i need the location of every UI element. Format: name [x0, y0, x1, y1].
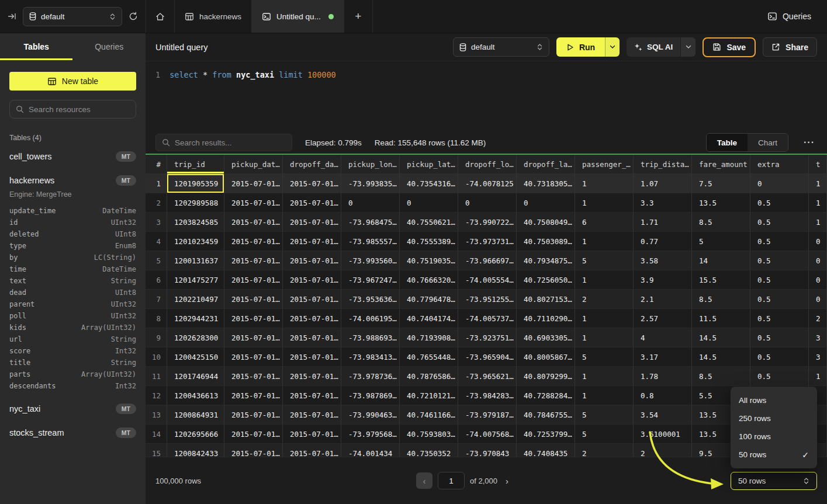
table-cell[interactable]: 40.7555389… — [400, 232, 458, 251]
results-search-input[interactable] — [175, 138, 286, 147]
table-cell[interactable]: 40.7655448… — [400, 347, 458, 367]
row-limit-option[interactable]: 250 rows — [731, 409, 817, 427]
table-cell[interactable]: 2015-07-01… — [283, 309, 341, 328]
run-options-caret[interactable] — [605, 37, 620, 57]
sidebar-tab-queries[interactable]: Queries — [73, 33, 146, 60]
table-cell[interactable]: -73.983413… — [341, 347, 400, 367]
table-cell[interactable]: 1200131637 — [167, 251, 224, 270]
table-cell[interactable]: -74.005554… — [458, 270, 517, 290]
table-cell[interactable]: 2 — [575, 290, 634, 309]
table-cell[interactable]: 0 — [809, 290, 827, 309]
table-cell[interactable]: 1202695666 — [167, 425, 224, 444]
table-cell[interactable]: 15.5 — [692, 270, 750, 290]
table-cell[interactable]: 1 — [809, 193, 827, 213]
table-cell[interactable]: 0.77 — [634, 232, 692, 251]
grid-header-cell[interactable]: extra — [750, 155, 809, 174]
table-cell[interactable]: 2015-07-01… — [224, 290, 283, 309]
sql-ai-button[interactable]: SQL AI — [627, 43, 680, 51]
sql-editor[interactable]: 1 select * from nyc_taxi limit 100000 — [146, 61, 827, 131]
resource-search-input[interactable] — [29, 105, 130, 114]
table-cell[interactable]: 2.1 — [634, 290, 692, 309]
query-database-selector[interactable]: default — [453, 37, 549, 57]
table-cell[interactable]: 0.5 — [750, 309, 809, 328]
table-cell[interactable]: -73.953636… — [341, 290, 400, 309]
table-cell[interactable]: 2015-07-01… — [224, 174, 283, 193]
row-limit-option[interactable]: 100 rows — [731, 427, 817, 446]
table-cell[interactable]: -73.984283… — [458, 386, 517, 405]
table-cell[interactable]: 3.9 — [634, 270, 692, 290]
view-toggle-table[interactable]: Table — [707, 134, 748, 151]
table-cell[interactable]: -73.993835… — [341, 174, 400, 193]
table-cell[interactable]: 40.7666320… — [400, 270, 458, 290]
table-cell[interactable]: -73.987869… — [341, 386, 400, 405]
table-cell[interactable]: 40.7550621… — [400, 213, 458, 232]
table-cell[interactable]: 3 — [809, 328, 827, 347]
table-cell[interactable]: 2015-07-01… — [224, 213, 283, 232]
table-cell[interactable]: 0.5 — [750, 193, 809, 213]
table-cell[interactable]: 40.8027153… — [517, 290, 575, 309]
table-cell[interactable]: 40.7508049… — [517, 213, 575, 232]
table-cell[interactable]: 1 — [809, 174, 827, 193]
table-cell[interactable]: 40.6903305… — [517, 328, 575, 347]
table-cell[interactable]: 2015-07-01… — [283, 232, 341, 251]
table-cell[interactable]: 40.7593803… — [400, 425, 458, 444]
table-cell[interactable]: 1 — [575, 328, 634, 347]
new-table-button[interactable]: New table — [9, 72, 136, 91]
table-cell[interactable]: 5 — [575, 251, 634, 270]
page-number-input[interactable] — [438, 472, 465, 489]
grid-header-cell[interactable]: # — [146, 155, 167, 174]
table-cell[interactable]: 0.5 — [750, 347, 809, 367]
grid-header-cell[interactable]: fare_amount — [692, 155, 750, 174]
database-selector[interactable]: default — [23, 7, 122, 26]
page-size-select[interactable]: 50 rows — [731, 472, 817, 490]
table-cell[interactable]: 2015-07-01… — [224, 367, 283, 386]
refresh-icon[interactable] — [129, 12, 138, 21]
table-cell[interactable]: 0 — [809, 232, 827, 251]
table-cell[interactable]: 2015-07-01… — [283, 425, 341, 444]
table-cell[interactable]: 2015-07-01… — [283, 347, 341, 367]
table-cell[interactable]: 0.5 — [750, 251, 809, 270]
queries-shortcut[interactable]: Queries — [752, 0, 827, 33]
table-cell[interactable]: 2015-07-01… — [283, 405, 341, 425]
sql-ai-caret[interactable] — [680, 37, 695, 57]
resource-search[interactable] — [9, 100, 136, 119]
table-cell[interactable]: -73.978736… — [341, 367, 400, 386]
table-cell[interactable]: 0.8 — [634, 386, 692, 405]
table-cell[interactable]: 1.78 — [634, 367, 692, 386]
table-cell[interactable]: -73.990463… — [341, 405, 400, 425]
table-cell[interactable]: 14.5 — [692, 328, 750, 347]
table-cell[interactable]: 40.7288284… — [517, 386, 575, 405]
table-cell[interactable]: 4 — [634, 328, 692, 347]
table-cell[interactable]: 5 — [575, 425, 634, 444]
table-cell[interactable]: 1 — [575, 174, 634, 193]
table-cell[interactable]: 2015-07-01… — [224, 347, 283, 367]
table-cell[interactable]: 40.8005867… — [517, 347, 575, 367]
run-button[interactable]: Run — [556, 37, 605, 57]
sidebar-table-hackernews[interactable]: hackernews MT — [9, 171, 136, 190]
table-cell[interactable]: -73.985557… — [341, 232, 400, 251]
table-cell[interactable]: 1202210497 — [167, 290, 224, 309]
grid-header-cell[interactable]: trip_dista… — [634, 155, 692, 174]
table-cell[interactable]: 3.58 — [634, 251, 692, 270]
next-page-button[interactable]: › — [503, 476, 511, 486]
tab-home[interactable] — [146, 0, 175, 33]
table-cell[interactable]: 40.7256050… — [517, 270, 575, 290]
table-cell[interactable]: 40.7404174… — [400, 309, 458, 328]
table-cell[interactable]: 40.7796478… — [400, 290, 458, 309]
table-cell[interactable]: 5 — [575, 405, 634, 425]
table-cell[interactable]: 2015-07-01… — [224, 405, 283, 425]
table-cell[interactable]: 40.7408435 — [517, 444, 575, 457]
table-cell[interactable]: 1200425150 — [167, 347, 224, 367]
table-cell[interactable]: 1200842433 — [167, 444, 224, 457]
grid-header-cell[interactable]: pickup_lon… — [341, 155, 400, 174]
results-search[interactable] — [155, 134, 292, 151]
table-cell[interactable]: 1 — [809, 213, 827, 232]
table-cell[interactable]: 1201746944 — [167, 367, 224, 386]
grid-header-cell[interactable]: pickup_lat… — [400, 155, 458, 174]
table-cell[interactable]: 3.54 — [634, 405, 692, 425]
table-cell[interactable]: 40.7318305… — [517, 174, 575, 193]
table-cell[interactable]: -74.007568… — [458, 425, 517, 444]
table-cell[interactable]: 2015-07-01… — [224, 425, 283, 444]
table-cell[interactable]: 2015-07-01… — [283, 367, 341, 386]
table-cell[interactable]: 13.5 — [692, 193, 750, 213]
